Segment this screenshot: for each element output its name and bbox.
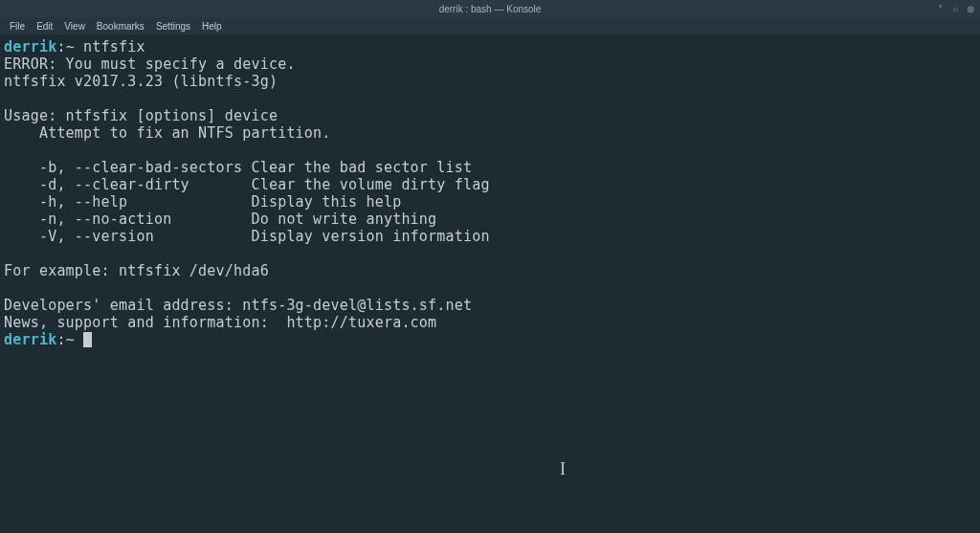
menu-settings[interactable]: Settings [150,19,196,33]
prompt-path: ~ [66,38,75,56]
minimize-icon[interactable]: ˅ [934,3,946,14]
output-line: -b, --clear-bad-sectors Clear the bad se… [4,159,472,176]
window-title: derrik : bash — Konsole [439,4,542,14]
maximize-icon[interactable]: ○ [949,3,961,14]
output-line: News, support and information: http://tu… [4,314,436,331]
output-line: -n, --no-action Do not write anything [4,211,436,228]
block-cursor [83,332,92,347]
output-line: -h, --help Display this help [4,193,401,211]
terminal-area[interactable]: derrik:~ ntfsfix ERROR: You must specify… [0,34,980,352]
output-line: ntfsfix v2017.3.23 (libntfs-3g) [4,73,278,90]
output-line: For example: ntfsfix /dev/hda6 [4,262,269,279]
close-icon[interactable]: ⊗ [965,3,976,14]
window-controls: ˅ ○ ⊗ [934,3,976,14]
output-line: Developers' email address: ntfs-3g-devel… [4,297,472,314]
titlebar: derrik : bash — Konsole ˅ ○ ⊗ [0,0,980,17]
output-line: -V, --version Display version informatio… [4,228,490,245]
output-line: -d, --clear-dirty Clear the volume dirty… [4,176,490,193]
prompt-separator: : [56,331,65,348]
prompt-user: derrik [4,331,56,348]
menu-help[interactable]: Help [196,19,228,33]
prompt-separator: : [56,38,65,56]
output-line: ERROR: You must specify a device. [4,56,296,73]
output-line: Usage: ntfsfix [options] device [4,107,278,124]
menu-bookmarks[interactable]: Bookmarks [91,19,150,33]
prompt-path: ~ [66,331,75,348]
ibeam-cursor-icon: I [560,459,561,475]
menu-view[interactable]: View [58,19,91,33]
menubar: File Edit View Bookmarks Settings Help [0,17,980,34]
output-line: Attempt to fix an NTFS partition. [4,124,331,142]
prompt-user: derrik [4,38,56,56]
menu-file[interactable]: File [4,19,31,33]
command-text: ntfsfix [83,38,145,56]
menu-edit[interactable]: Edit [31,19,58,33]
